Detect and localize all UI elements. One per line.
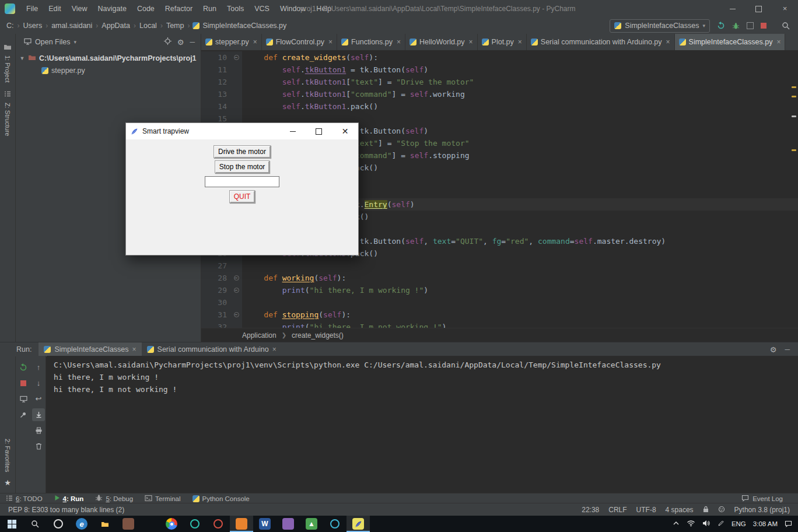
- line-separator[interactable]: CRLF: [608, 506, 626, 514]
- chrome-icon[interactable]: [160, 516, 183, 532]
- volume-icon[interactable]: [702, 520, 710, 528]
- maximize-button[interactable]: [746, 0, 772, 18]
- fold-marker[interactable]: −: [230, 309, 242, 321]
- stop-button[interactable]: [761, 23, 766, 29]
- hidden-icons-chevron-icon[interactable]: [673, 520, 680, 527]
- debug-button[interactable]: [732, 22, 740, 30]
- tab-close-icon[interactable]: ×: [469, 38, 473, 46]
- menu-refactor[interactable]: Refactor: [160, 0, 198, 18]
- lock-icon[interactable]: [703, 506, 709, 514]
- app-icon-teal-ring[interactable]: [183, 516, 206, 532]
- menu-view[interactable]: View: [66, 0, 93, 18]
- indent-style[interactable]: 4 spaces: [666, 506, 694, 514]
- tab-close-icon[interactable]: ×: [666, 38, 670, 46]
- keyboard-language[interactable]: ENG: [732, 520, 746, 527]
- hector-inspections-icon[interactable]: [718, 506, 725, 514]
- pen-input-icon[interactable]: [718, 520, 724, 528]
- menu-navigate[interactable]: Navigate: [93, 0, 132, 18]
- tk-app-icon[interactable]: [346, 516, 370, 532]
- editor-tab[interactable]: FlowControl.py×: [262, 34, 337, 50]
- breadcrumb-item[interactable]: C:: [6, 22, 15, 30]
- code-line[interactable]: 11 self.tkButton1 = tk.Button(self): [201, 64, 798, 76]
- breadcrumb-item[interactable]: Local: [139, 22, 158, 30]
- print-button[interactable]: [32, 424, 45, 437]
- fold-marker[interactable]: −: [230, 51, 242, 64]
- code-line[interactable]: 12 self.tkButton1["text"] = "Drive the m…: [201, 76, 798, 88]
- error-stripe-mark[interactable]: [792, 86, 796, 88]
- clock[interactable]: 3:08 AM: [753, 520, 778, 527]
- quit-button[interactable]: QUIT: [229, 190, 256, 203]
- restore-layout-button[interactable]: [17, 393, 30, 405]
- tk-dialog-title-bar[interactable]: Smart trapview ✕: [126, 123, 358, 139]
- app-icon-cyan-ring[interactable]: [323, 516, 346, 532]
- fold-marker[interactable]: −: [230, 284, 242, 296]
- start-button[interactable]: [0, 516, 23, 532]
- editor-tab[interactable]: Functions.py×: [337, 34, 405, 50]
- tool-window-button--debug[interactable]: 5: Debug: [89, 494, 139, 503]
- file-explorer-icon[interactable]: [93, 516, 117, 532]
- tool-stripe-structure[interactable]: Z: Structure: [4, 86, 11, 139]
- editor-tab[interactable]: Plot.py×: [478, 34, 527, 50]
- error-stripe-mark[interactable]: [792, 116, 796, 117]
- tool-window-button-python-console[interactable]: Python Console: [187, 494, 256, 503]
- file-encoding[interactable]: UTF-8: [636, 506, 656, 514]
- photos-app-icon[interactable]: ▲: [300, 516, 323, 532]
- action-center-icon[interactable]: [785, 520, 792, 528]
- cortana-button[interactable]: [47, 516, 70, 532]
- code-line[interactable]: 28− def working(self):: [201, 272, 798, 284]
- tab-close-icon[interactable]: ×: [272, 345, 276, 354]
- breadcrumb-item[interactable]: Temp: [166, 22, 185, 30]
- edge-icon[interactable]: e: [70, 516, 93, 532]
- hide-panel-icon[interactable]: ─: [190, 38, 195, 46]
- rerun-button[interactable]: [717, 22, 725, 30]
- drive-the-motor-button[interactable]: Drive the motor: [214, 145, 271, 158]
- close-button[interactable]: ×: [772, 0, 798, 18]
- hide-run-panel-icon[interactable]: ─: [785, 345, 790, 354]
- scroll-up-button[interactable]: ↑: [32, 361, 45, 374]
- code-line[interactable]: 31− def stopping(self):: [201, 309, 798, 321]
- soft-wrap-button[interactable]: ↩: [32, 393, 45, 405]
- tab-close-icon[interactable]: ×: [397, 38, 401, 46]
- python-interpreter[interactable]: Python 3.8 (proj1): [734, 506, 790, 514]
- rerun-button[interactable]: [17, 361, 30, 374]
- menu-tools[interactable]: Tools: [222, 0, 249, 18]
- editor-tab[interactable]: stepper.py×: [201, 34, 262, 50]
- code-line[interactable]: 13 self.tkButton1["command"] = self.work…: [201, 88, 798, 100]
- run-console[interactable]: C:\Users\amal.saidani\PycharmProjects\pr…: [47, 356, 798, 493]
- editor-tab[interactable]: Serial communication with Arduino.py×: [527, 34, 675, 50]
- panel-settings-gear-icon[interactable]: ⚙: [177, 38, 184, 47]
- tool-window-button--run[interactable]: 4: Run: [48, 494, 90, 503]
- fold-marker[interactable]: −: [230, 272, 242, 284]
- breadcrumb-method[interactable]: create_widgets(): [292, 331, 344, 340]
- app-icon-purple[interactable]: [276, 516, 300, 532]
- tab-close-icon[interactable]: ×: [253, 38, 257, 46]
- breadcrumb-file[interactable]: SimpleIntefaceClasses.py: [192, 22, 286, 30]
- code-line[interactable]: 10− def create_widgets(self):: [201, 51, 798, 64]
- editor-tab[interactable]: SimpleIntefaceClasses.py×: [675, 34, 786, 50]
- code-line[interactable]: 29− print("hi there, I m working !"): [201, 284, 798, 296]
- editor-tab[interactable]: HelloWorld.py×: [405, 34, 478, 50]
- tool-window-button--todo[interactable]: 6: TODO: [0, 494, 48, 503]
- search-everywhere-icon[interactable]: [782, 22, 790, 30]
- run-tab[interactable]: Serial communication with Arduino×: [142, 342, 282, 356]
- clear-console-button[interactable]: [32, 440, 45, 453]
- breadcrumb-item[interactable]: amal.saidani: [51, 22, 93, 30]
- breadcrumb-class[interactable]: Application: [242, 331, 276, 340]
- menu-edit[interactable]: Edit: [43, 0, 66, 18]
- menu-vcs[interactable]: VCS: [249, 0, 275, 18]
- breadcrumb-item[interactable]: Users: [23, 22, 43, 30]
- code-line[interactable]: 27: [201, 260, 798, 272]
- tk-entry-field[interactable]: [205, 176, 279, 187]
- tab-close-icon[interactable]: ×: [776, 38, 780, 46]
- word-icon[interactable]: W: [253, 516, 276, 532]
- tool-stripe-project[interactable]: 1: Project: [4, 38, 12, 86]
- tree-row-stepper-file[interactable]: stepper.py: [16, 64, 201, 76]
- scroll-to-end-button[interactable]: [32, 408, 45, 421]
- caret-position[interactable]: 22:38: [582, 506, 599, 514]
- tree-row-project-root[interactable]: ▼ C:\Users\amal.saidani\PycharmProjects\…: [16, 52, 201, 64]
- code-line[interactable]: 14 self.tkButton1.pack(): [201, 100, 798, 113]
- search-button[interactable]: [23, 516, 47, 532]
- stop-the-motor-button[interactable]: Stop the motor: [215, 160, 270, 173]
- error-stripe-mark[interactable]: [792, 149, 796, 151]
- stop-button[interactable]: [17, 377, 30, 390]
